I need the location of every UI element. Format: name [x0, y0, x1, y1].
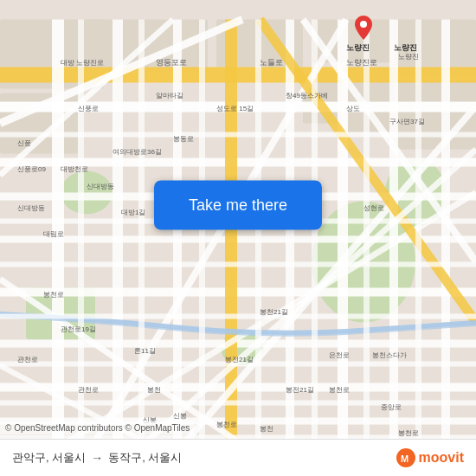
svg-text:노들로: 노들로: [260, 58, 283, 67]
svg-rect-45: [0, 314, 476, 319]
svg-text:성현로: 성현로: [363, 204, 384, 212]
svg-text:봉천스다가: 봉천스다가: [372, 351, 407, 359]
svg-rect-20: [0, 288, 476, 297]
take-me-there-button[interactable]: Take me there: [154, 180, 322, 229]
svg-text:노량진: 노량진: [398, 53, 419, 61]
svg-text:노량진: 노량진: [346, 43, 370, 52]
svg-text:관천로: 관천로: [17, 356, 38, 363]
svg-text:신풍: 신풍: [17, 139, 31, 147]
svg-text:은천로: 은천로: [329, 351, 350, 359]
svg-text:여의대방로36길: 여의대방로36길: [113, 148, 162, 156]
svg-rect-54: [363, 20, 370, 457]
svg-text:봉천로: 봉천로: [216, 421, 237, 428]
map-attribution: © OpenStreetMap contributors © OpenMapTi…: [0, 421, 195, 434]
route-arrow-icon: →: [91, 451, 103, 465]
svg-text:신대방동: 신대방동: [87, 183, 114, 190]
svg-text:봉천로: 봉천로: [329, 386, 350, 394]
svg-rect-31: [441, 20, 450, 457]
svg-text:신대방동: 신대방동: [17, 204, 45, 212]
svg-text:봉천: 봉천: [147, 386, 161, 394]
route-from: 관악구, 서울시: [12, 450, 86, 466]
svg-rect-50: [138, 20, 145, 457]
svg-text:신풍로: 신풍로: [78, 105, 99, 113]
svg-text:봉천로: 봉천로: [398, 429, 419, 437]
svg-rect-25: [113, 20, 123, 457]
svg-rect-26: [173, 20, 182, 457]
svg-rect-15: [0, 68, 476, 83]
svg-text:중앙로: 중앙로: [381, 403, 402, 411]
svg-rect-51: [199, 20, 205, 457]
svg-text:신풍로09: 신풍로09: [17, 165, 46, 173]
svg-text:관천로: 관천로: [78, 386, 99, 394]
svg-text:노량진로: 노량진로: [346, 58, 377, 67]
svg-text:구사면37길: 구사면37길: [389, 118, 425, 125]
svg-text:봉천: 봉천: [260, 425, 273, 433]
svg-rect-55: [415, 20, 421, 457]
route-info: 관악구, 서울시 → 동작구, 서울시: [12, 450, 396, 466]
svg-text:봉천로: 봉천로: [43, 291, 64, 299]
svg-text:대방천로: 대방천로: [61, 165, 88, 173]
svg-text:대방1길: 대방1길: [121, 209, 145, 216]
svg-text:봉전21길: 봉전21길: [286, 386, 314, 394]
bottom-bar: 관악구, 서울시 → 동작구, 서울시 M moovit: [0, 439, 476, 476]
moovit-text: moovit: [419, 450, 464, 466]
moovit-logo: M moovit: [396, 448, 464, 467]
svg-rect-42: [0, 132, 476, 138]
svg-text:신봉: 신봉: [173, 412, 187, 420]
svg-text:관천로19길: 관천로19길: [61, 325, 96, 333]
svg-text:상도: 상도: [346, 105, 360, 113]
svg-text:창49동스가베: 창49동스가베: [286, 92, 328, 100]
svg-text:대림로: 대림로: [43, 230, 64, 238]
svg-text:봉전21길: 봉전21길: [225, 356, 254, 363]
map-container: 노들로 노량진로 노량진 영등포로 대방 노량진로 알마타길 신풍로 신풍 대방…: [0, 0, 476, 476]
attribution-text: © OpenStreetMap contributors © OpenMapTi…: [5, 423, 190, 433]
map-background: 노들로 노량진로 노량진 영등포로 대방 노량진로 알마타길 신풍로 신풍 대방…: [0, 0, 476, 476]
location-pin: [355, 16, 372, 40]
svg-text:노량진: 노량진: [394, 43, 417, 52]
moovit-logo-icon: M: [396, 448, 415, 467]
svg-text:대방 노량진로: 대방 노량진로: [61, 59, 104, 67]
route-to: 동작구, 서울시: [108, 450, 182, 466]
svg-rect-44: [0, 262, 476, 267]
svg-text:봉천21길: 봉천21길: [260, 308, 288, 316]
svg-text:론11길: 론11길: [134, 347, 156, 355]
svg-text:성도로 15길: 성도로 15길: [216, 105, 254, 113]
svg-rect-47: [0, 401, 476, 406]
svg-text:영등포로: 영등포로: [156, 58, 187, 67]
svg-text:M: M: [401, 453, 408, 464]
svg-rect-52: [255, 20, 261, 457]
svg-text:봉동로: 봉동로: [173, 135, 194, 143]
svg-point-98: [360, 21, 367, 28]
svg-text:알마타길: 알마타길: [156, 92, 183, 100]
